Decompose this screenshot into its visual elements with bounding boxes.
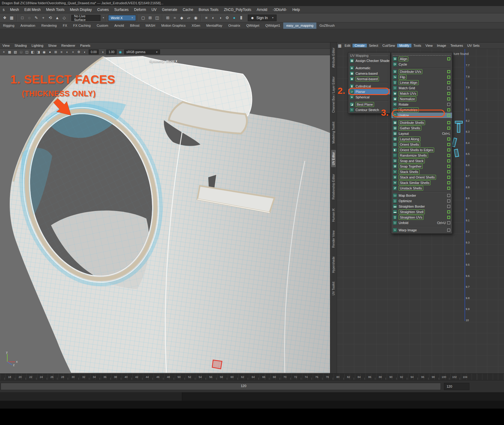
menu-item[interactable]: Mesh Tools [43,8,67,12]
option-box-icon[interactable] [447,114,450,117]
menu-row[interactable]: ⇵ Unstack Shells [391,185,452,191]
snap-plane-icon[interactable]: ▱ [185,15,192,21]
exposure-field[interactable]: 0.00 [89,49,99,54]
uv-menu-item[interactable]: View [423,44,435,47]
panel-tab[interactable]: Render View [331,228,336,250]
shelf-tab[interactable]: easy_uv_mapping [283,22,316,29]
shelf-content-row[interactable] [0,29,504,42]
uv-shell[interactable] [457,124,460,133]
menu-item[interactable]: s [0,8,7,12]
shadows-icon[interactable]: ◐ [64,49,70,55]
menu-item[interactable]: Mesh Display [67,8,94,12]
menu-row[interactable] [391,226,452,227]
menu-row[interactable]: ∷ Randomize Shells [391,153,452,158]
panel-tab[interactable]: Relationship Editor [331,172,336,202]
menu-row[interactable]: ▣ Normalize [391,96,452,102]
four-pane-icon[interactable]: ⊞ [147,15,154,21]
menu-row[interactable]: ⇋ Flip [391,74,452,80]
menu-row[interactable]: ≡ Stack Shells [391,169,452,175]
textured-icon[interactable]: ⊞ [53,49,59,55]
ipr-render-icon[interactable]: ◑ [217,15,224,21]
panel-tab[interactable]: Attribute Editor [331,46,336,70]
menu-row[interactable]: ◉ Match UVs [391,91,452,96]
menu-row[interactable]: ▦ Assign Checker Shade [348,58,390,63]
option-box-icon[interactable] [447,210,450,213]
uv-menu-item[interactable]: Image [435,44,448,47]
snap-curve-icon[interactable]: ≈ [171,15,178,21]
shelf-tab[interactable]: MASH [142,22,158,29]
gamma-field[interactable]: 1.00 [106,49,116,54]
range-slider[interactable]: 120 [1,383,441,390]
shelf-tab[interactable]: XGen [189,22,203,29]
shelf-tab[interactable]: Rendering [38,22,60,29]
shaded-icon[interactable]: ● [47,49,53,55]
single-pane-icon[interactable]: ▢ [140,15,147,21]
menu-item[interactable]: UV [149,8,159,12]
menu-row[interactable] [391,68,452,68]
shelf-tab[interactable]: Rigging [0,22,17,29]
symmetry-dropdown[interactable]: World X ▼ [108,15,136,21]
option-box-icon[interactable] [447,170,450,173]
viewport-3d-canvas[interactable]: Symmetry: World X 1. SELECT FACES (THICK… [0,55,330,373]
menu-row[interactable]: ◫ Orient Shells [391,142,452,147]
menu-row[interactable] [391,119,452,119]
make-live-icon[interactable]: ◉ [192,15,199,21]
wireframe-icon[interactable]: ◉ [41,49,47,55]
menu-item[interactable]: Deform [131,8,149,12]
uv-menu-item[interactable]: UV Sets [465,44,482,47]
option-box-icon[interactable] [447,138,450,141]
construction-history-icon[interactable]: ≡ [203,15,210,21]
viewport-menu-item[interactable]: Lighting [29,44,46,47]
shelf-tab[interactable]: Motion Graphics [158,22,189,29]
menu-row[interactable]: ≣ Stack and Orient Shells [391,175,452,180]
option-box-icon[interactable] [447,176,450,179]
menu-row[interactable]: ▤ Gather Shells [391,125,452,131]
snap-grid-icon[interactable]: ⊞ [164,15,171,21]
option-box-icon[interactable] [447,216,450,219]
menu-row[interactable]: ◧ Orient Shells to Edges [391,147,452,153]
play-blast-icon[interactable]: ● [231,15,238,21]
option-box-icon[interactable] [447,205,450,208]
option-box-icon[interactable] [447,187,450,190]
lasso-tool-icon[interactable]: ◌ [26,15,33,21]
command-line-input[interactable] [0,392,182,401]
menu-row[interactable]: ⊟ Snap and Stack [391,158,452,164]
isolate-select-icon[interactable]: + [70,49,76,55]
uv-shell[interactable] [455,121,463,124]
live-surface-dropdown-icon[interactable]: ▼ [102,17,104,19]
uv-menu-item[interactable]: Textures [448,44,465,47]
move-tool-icon[interactable]: + [40,15,47,21]
option-box-icon[interactable] [447,194,450,197]
menu-row[interactable]: ▨ Layout Along [391,136,452,142]
menu-row[interactable]: ▣ Camera-based [348,71,390,76]
menu-item[interactable]: ZhCG_PolyTools [221,8,254,12]
menu-item[interactable]: Arnold [254,8,270,12]
selection-mask-icon[interactable]: ❖ [1,15,8,21]
menu-row[interactable]: ≈ Warp Image [391,227,452,233]
film-gate-icon[interactable]: ▧ [12,49,18,55]
grid-icon[interactable]: ▦ [7,49,12,55]
shelf-tab[interactable]: Ornatrix [225,22,243,29]
viewport-menu-item[interactable]: Shading [12,44,29,47]
colorspace-dropdown[interactable]: sRGB gamma ▼ [124,49,160,54]
uv-menu-item[interactable]: Create [352,44,367,47]
menu-item[interactable]: Cache [180,8,196,12]
menu-row[interactable]: ≣ Distribute UVs [391,69,452,74]
menu-row[interactable]: ⊞ Align [391,56,452,62]
paint-select-icon[interactable]: ✎ [33,15,40,21]
safe-title-icon[interactable]: ◨ [36,49,41,55]
gamma-icon[interactable]: ◑ [100,49,105,55]
last-tool-icon[interactable]: ◇ [61,15,68,21]
menu-item[interactable]: Generate [159,8,180,12]
menu-item[interactable]: -3DtoAll- [270,8,290,12]
option-box-icon[interactable] [447,81,450,84]
viewport-menu-item[interactable]: Renderer [59,44,78,47]
option-box-icon[interactable] [447,159,450,162]
rotate-tool-icon[interactable]: ⟲ [47,15,54,21]
uv-menu-item[interactable]: Edit [342,44,352,47]
menu-tearoff-handle[interactable] [393,53,451,56]
menu-row[interactable]: ▬ Straighten Shell [391,209,452,215]
pane-layout-icon[interactable]: ◫ [154,15,161,21]
menu-row[interactable]: ◈ Automatic [348,65,390,71]
uv-menu-item[interactable]: Cut/Sew [380,44,397,47]
